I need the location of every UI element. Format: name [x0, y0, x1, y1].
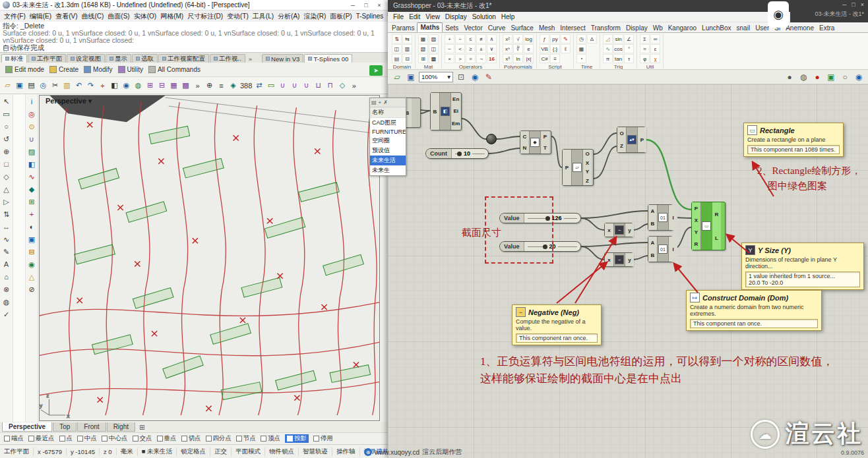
input-port[interactable]: X	[693, 217, 700, 224]
output-port[interactable]: O	[584, 150, 591, 157]
ribbon-icon[interactable]: tan	[613, 54, 623, 63]
menu-item[interactable]: 尺寸标注(D)	[185, 12, 225, 21]
toolbar-icon[interactable]: ∪	[289, 80, 300, 92]
sketch-pen-icon[interactable]: ✎	[483, 71, 495, 83]
layers-tool-icon[interactable]: ✗	[383, 100, 388, 105]
osnap-toggle[interactable]: 四分点	[206, 434, 232, 443]
ribbon-icon[interactable]: ⇅	[392, 34, 402, 43]
ribbon-icon[interactable]: VB	[540, 44, 549, 53]
grasshopper-canvas[interactable]: ◆ B B ◧ EnEiEm Count	[388, 84, 868, 458]
tool-icon[interactable]: ◐	[30, 221, 34, 232]
ribbon-icon[interactable]: ✎	[561, 34, 571, 43]
negative-component-1[interactable]: x − y	[604, 223, 633, 237]
osnap-toggle[interactable]: 垂点	[157, 434, 177, 443]
tool-icon[interactable]: ↖	[3, 96, 9, 107]
category-tab[interactable]: Wb	[650, 24, 666, 32]
ribbon-group-label[interactable]: Trig	[614, 64, 623, 70]
plugin-tab[interactable]: New in V3	[262, 54, 303, 63]
output-port[interactable]: En	[452, 96, 460, 103]
display-lens-icon[interactable]: ◉	[853, 71, 865, 83]
menu-item[interactable]: Edit	[407, 13, 422, 20]
ribbon-icon[interactable]: ≈	[640, 44, 650, 53]
close-button[interactable]: ×	[373, 2, 385, 9]
tsplines-toolbar-button[interactable]: All Commands	[148, 66, 201, 73]
preview-off-icon[interactable]: ●	[784, 71, 795, 83]
menu-item[interactable]: 变动(T)	[225, 12, 251, 21]
ribbon-group-label[interactable]: Polynomials	[504, 64, 532, 70]
layer-row[interactable]: 未来生活	[370, 156, 406, 165]
ribbon-icon[interactable]: ln	[513, 54, 523, 63]
zoom-window-icon[interactable]: ⊡	[455, 71, 467, 83]
tool-icon[interactable]: ◉	[28, 259, 35, 270]
ribbon-icon[interactable]: C#	[540, 54, 549, 63]
negative-component-2[interactable]: x − y	[604, 252, 633, 267]
menu-item[interactable]: 实体(O)	[132, 12, 158, 21]
tool-icon[interactable]: ✎	[3, 246, 9, 257]
ribbon-icon[interactable]: ∿	[603, 44, 613, 53]
tool-icon[interactable]: ∪	[29, 134, 34, 144]
toolbar-icon[interactable]: ⊕	[204, 80, 215, 92]
category-tab[interactable]: LunchBox	[699, 24, 733, 32]
divide-curve-component[interactable]: CN ◆ PT	[520, 130, 551, 154]
ribbon-icon[interactable]: e	[524, 44, 534, 53]
ribbon-icon[interactable]: π	[603, 54, 613, 63]
ribbon-group-label[interactable]: Time	[581, 64, 592, 70]
tool-icon[interactable]: ⊙	[28, 121, 34, 132]
tool-icon[interactable]: △	[3, 184, 9, 194]
statusbar-cell[interactable]: 毫米	[117, 447, 138, 456]
tool-icon[interactable]: ⌂	[4, 272, 9, 282]
category-tab[interactable]: Extra	[817, 24, 837, 32]
tool-icon[interactable]: ↺	[3, 134, 9, 144]
toolbar-icon[interactable]: ▱	[2, 80, 13, 92]
toolbar-icon[interactable]: ⊟	[156, 80, 168, 92]
ribbon-icon[interactable]: ⇆	[402, 34, 412, 43]
output-port[interactable]: Y	[584, 168, 591, 175]
output-port[interactable]: P	[542, 133, 549, 140]
tsplines-toolbar-button[interactable]: Create	[49, 66, 78, 73]
tool-icon[interactable]: i	[31, 96, 32, 107]
toolbar-tab[interactable]: 标准	[1, 54, 27, 63]
menu-item[interactable]: 工具(L)	[251, 12, 276, 21]
tool-icon[interactable]: ◍	[3, 297, 10, 307]
minimize-button[interactable]: ─	[347, 2, 359, 9]
run-button[interactable]: ➤	[369, 65, 383, 76]
output-port[interactable]: I	[669, 246, 677, 253]
tool-icon[interactable]: △	[29, 272, 34, 282]
toolbar-icon[interactable]: ◎	[38, 80, 49, 92]
tool-icon[interactable]: ✓	[3, 309, 9, 320]
input-port[interactable]: B	[431, 108, 439, 115]
ribbon-icon[interactable]: Σ	[640, 34, 650, 43]
ribbon-icon[interactable]: ∠	[624, 34, 634, 43]
ribbon-icon[interactable]: ▩	[429, 54, 439, 63]
menu-item[interactable]: 编辑(E)	[28, 12, 53, 21]
tool-icon[interactable]: ◆	[29, 184, 34, 194]
toolbar-icon[interactable]: ⇄	[253, 80, 264, 92]
input-port[interactable]: O	[618, 130, 625, 137]
category-tab[interactable]: Curve	[485, 24, 509, 32]
statusbar-cell[interactable]: x -67579	[34, 448, 67, 455]
output-port[interactable]: X	[584, 159, 591, 167]
tool-icon[interactable]: ∿	[3, 234, 9, 244]
statusbar-cell[interactable]: ■ 未来生活	[138, 447, 177, 456]
ribbon-icon[interactable]: ∧	[487, 34, 497, 43]
ribbon-icon[interactable]: ▥	[402, 44, 412, 53]
toolbar-tab[interactable]: 设定视图	[67, 54, 105, 63]
ribbon-icon[interactable]: ε	[650, 44, 660, 53]
slider-handle[interactable]	[457, 152, 462, 156]
viewport-tab[interactable]: Right	[107, 422, 135, 432]
input-port[interactable]: N	[521, 144, 528, 152]
command-area[interactable]: 指令: _DeleteSurface closed: 0 u, 1 vnSurf…	[0, 22, 388, 53]
ribbon-icon[interactable]: +	[445, 34, 454, 43]
menu-item[interactable]: 网格(M)	[158, 12, 185, 21]
category-tab[interactable]: Mesh	[536, 24, 557, 32]
statusbar-cell[interactable]: 平面模式	[232, 447, 265, 456]
tool-icon[interactable]: ⊞	[28, 196, 34, 207]
evaluate-box-component[interactable]: B ◧ EnEiEm	[430, 92, 462, 130]
toolbar-tab[interactable]: 工作视..	[210, 54, 245, 63]
output-port[interactable]: L	[713, 235, 720, 242]
category-tab[interactable]: Params	[389, 24, 417, 32]
output-port[interactable]: Ei	[452, 107, 460, 115]
category-tab[interactable]: Surface	[508, 24, 536, 32]
layer-row[interactable]: 未来生	[370, 165, 406, 175]
ribbon-icon[interactable]: sin	[613, 34, 623, 43]
